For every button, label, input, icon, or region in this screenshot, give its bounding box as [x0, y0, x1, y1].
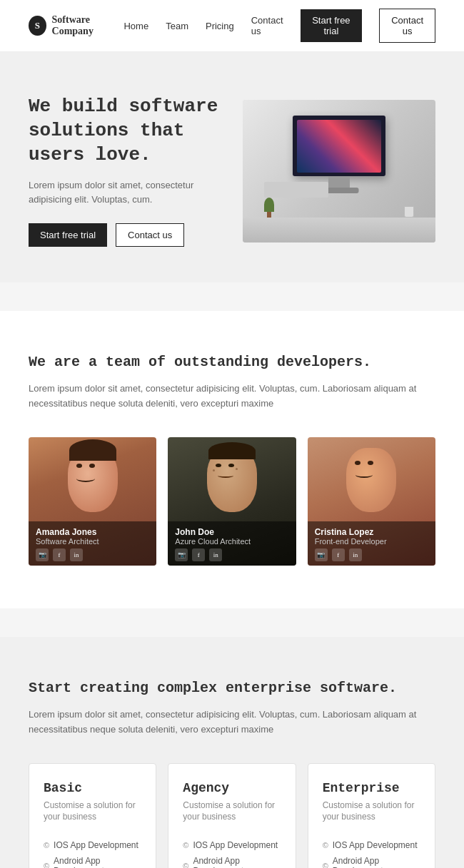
team-card-2: John Doe Azure Cloud Architect 📷 f in [168, 437, 296, 566]
social-icons-1: 📷 f in [36, 548, 149, 561]
nav-link-team[interactable]: Team [166, 21, 188, 31]
feature-enterprise-1: ©IOS App Development [323, 837, 420, 853]
feature-check-icon: © [44, 841, 49, 849]
hero-heading: We build software solutions that users l… [29, 95, 221, 167]
face-avatar-1 [68, 448, 118, 512]
navbar: S Software Company Home Team Pricing Con… [0, 0, 464, 52]
face-avatar-3 [346, 448, 396, 512]
facebook-icon-3[interactable]: f [332, 548, 345, 561]
desk-illustration [243, 100, 435, 242]
facebook-icon-1[interactable]: f [53, 548, 66, 561]
member-role-1: Software Architect [36, 537, 149, 546]
plan-desc-agency: Customise a solution for your business [183, 800, 281, 824]
feature-agency-2: ©Android App Development [183, 853, 281, 868]
nav-link-home[interactable]: Home [123, 21, 148, 31]
instagram-icon-2[interactable]: 📷 [175, 548, 188, 561]
monitor-icon [293, 116, 385, 176]
pricing-card-basic: Basic Customise a solution for your busi… [29, 763, 156, 868]
feature-check-icon: © [183, 841, 188, 849]
member-name-2: John Doe [175, 527, 288, 537]
feature-basic-1: ©IOS App Development [44, 837, 141, 853]
hero-start-trial-button[interactable]: Start free trial [29, 223, 107, 247]
plan-name-basic: Basic [44, 781, 141, 795]
plant-icon [264, 198, 274, 218]
member-name-1: Amanda Jones [36, 527, 149, 537]
pricing-cards: Basic Customise a solution for your busi… [29, 763, 435, 868]
team-card-3: Cristina Lopez Front-end Developer 📷 f i… [308, 437, 435, 566]
feature-check-icon: © [323, 862, 328, 868]
instagram-icon-3[interactable]: 📷 [315, 548, 328, 561]
logo-icon: S [29, 16, 46, 36]
nav-link-contact[interactable]: Contact us [251, 15, 283, 36]
pricing-card-enterprise: Enterprise Customise a solution for your… [308, 763, 435, 868]
feature-agency-1: ©IOS App Development [183, 837, 281, 853]
plan-desc-basic: Customise a solution for your business [44, 800, 141, 824]
team-card-1: Amanda Jones Software Architect 📷 f in [29, 437, 156, 566]
feature-enterprise-2: ©Android App Development [323, 853, 420, 868]
logo: S Software Company [29, 14, 123, 37]
pricing-description: Lorem ipsum dolor sit amet, consectetur … [29, 708, 435, 737]
member-face-1 [29, 437, 156, 523]
nav-start-trial-button[interactable]: Start free trial [301, 9, 363, 42]
desk-surface [243, 218, 435, 242]
member-name-3: Cristina Lopez [315, 527, 428, 537]
social-icons-3: 📷 f in [315, 548, 428, 561]
team-section: We are a team of outstanding developers.… [0, 311, 464, 608]
hero-buttons: Start free trial Contact us [29, 223, 221, 247]
feature-check-icon: © [183, 862, 188, 868]
plan-features-enterprise: ©IOS App Development ©Android App Develo… [323, 837, 420, 868]
member-info-2: John Doe Azure Cloud Architect 📷 f in [168, 521, 296, 566]
feature-check-icon: © [44, 862, 49, 868]
hero-description: Lorem ipsum dolor sit amet, consectetur … [29, 178, 221, 206]
linkedin-icon-2[interactable]: in [209, 548, 222, 561]
member-face-3 [308, 437, 435, 523]
member-role-2: Azure Cloud Architect [175, 537, 288, 546]
facebook-icon-2[interactable]: f [192, 548, 205, 561]
team-cards: Amanda Jones Software Architect 📷 f in [29, 437, 435, 566]
nav-contact-button[interactable]: Contact us [379, 9, 435, 43]
team-description: Lorem ipsum dolor sit amet, consectetur … [29, 382, 435, 412]
logo-text: Software Company [52, 14, 124, 37]
pricing-section: Start creating complex enterprise softwa… [0, 637, 464, 868]
plan-features-agency: ©IOS App Development ©Android App Develo… [183, 837, 281, 868]
pricing-card-agency: Agency Customise a solution for your bus… [168, 763, 296, 868]
plan-features-basic: ©IOS App Development ©Android App Develo… [44, 837, 141, 868]
pricing-heading: Start creating complex enterprise softwa… [29, 680, 435, 696]
member-face-2 [168, 437, 296, 523]
member-role-3: Front-end Developer [315, 537, 428, 546]
hero-contact-button[interactable]: Contact us [116, 223, 184, 247]
feature-check-icon: © [323, 841, 328, 849]
member-info-1: Amanda Jones Software Architect 📷 f in [29, 521, 156, 566]
nav-links: Home Team Pricing Contact us Start free … [123, 9, 435, 43]
nav-link-pricing[interactable]: Pricing [206, 21, 234, 31]
linkedin-icon-3[interactable]: in [349, 548, 362, 561]
plan-name-agency: Agency [183, 781, 281, 795]
hero-image-placeholder [243, 100, 435, 242]
linkedin-icon-1[interactable]: in [70, 548, 83, 561]
monitor-screen [297, 120, 381, 173]
plan-name-enterprise: Enterprise [323, 781, 420, 795]
hero-text: We build software solutions that users l… [29, 95, 221, 247]
plan-desc-enterprise: Customise a solution for your business [323, 800, 420, 824]
keyboard-icon [264, 182, 328, 198]
hero-section: We build software solutions that users l… [0, 52, 464, 282]
social-icons-2: 📷 f in [175, 548, 288, 561]
face-avatar-2 [207, 448, 257, 512]
feature-basic-2: ©Android App Development [44, 853, 141, 868]
team-heading: We are a team of outstanding developers. [29, 354, 435, 370]
hero-image [243, 100, 435, 242]
instagram-icon-1[interactable]: 📷 [36, 548, 49, 561]
member-info-3: Cristina Lopez Front-end Developer 📷 f i… [308, 521, 435, 566]
mug-icon [404, 206, 414, 218]
